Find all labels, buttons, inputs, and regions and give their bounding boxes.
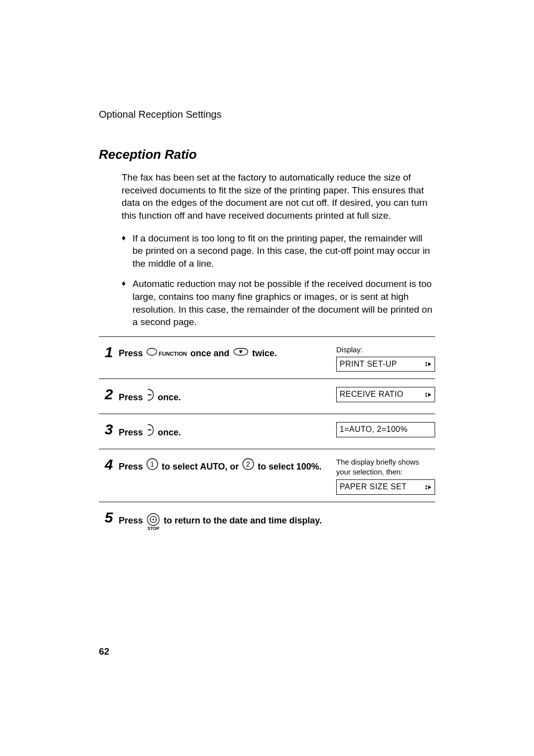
display-text: PAPER SIZE SET <box>340 482 407 492</box>
text: to return to the date and time display. <box>164 516 322 525</box>
step-number: 5 <box>99 507 119 525</box>
text: to select 100%. <box>258 462 321 472</box>
step-instruction: Press FUNCTION once and twice. <box>119 342 336 361</box>
key-2-icon <box>242 458 254 474</box>
display-box: 1=AUTO, 2=100% <box>336 422 435 437</box>
bullet-item: ♦ If a document is too long to fit on th… <box>122 232 435 270</box>
display-text: RECEIVE RATIO <box>340 389 403 400</box>
page-title: Reception Ratio <box>99 147 435 162</box>
step-display-col: 1=AUTO, 2=100% <box>336 419 435 437</box>
step-instruction: Press once. <box>119 419 336 442</box>
display-label: Display: <box>336 345 435 355</box>
text: Press <box>119 427 143 437</box>
steps-table: 1 Press FUNCTION once and twice. Display… <box>99 336 435 537</box>
step-number: 4 <box>99 454 119 472</box>
text: Press <box>119 462 143 472</box>
stop-button-icon: STOP <box>147 513 160 531</box>
text: once. <box>158 392 181 402</box>
display-text: PRINT SET-UP <box>340 359 397 370</box>
function-button-icon <box>146 346 157 360</box>
step-display-col: Display: PRINT SET-UP <box>336 342 435 372</box>
display-note: The display briefly shows your selection… <box>336 457 435 476</box>
down-oval-button-icon <box>233 346 249 360</box>
scroll-arrows-icon <box>423 392 432 398</box>
stop-label: STOP <box>147 526 159 531</box>
step-row: 2 Press once. RECEIVE RATIO <box>99 379 435 414</box>
intro-paragraph: The fax has been set at the factory to a… <box>122 171 435 222</box>
step-number: 2 <box>99 384 119 402</box>
right-half-button-icon <box>146 388 154 406</box>
text: Press <box>119 516 143 525</box>
right-half-button-icon <box>146 423 154 441</box>
step-instruction: Press STOP to return to the date and tim… <box>119 507 336 530</box>
bullet-item: ♦ Automatic reduction may not be possibl… <box>122 278 435 329</box>
text: to select AUTO, or <box>162 462 239 472</box>
step-number: 3 <box>99 419 119 437</box>
step-instruction: Press once. <box>119 384 336 407</box>
scroll-arrows-icon <box>423 484 432 490</box>
text: once. <box>158 427 181 437</box>
bullet-text: Automatic reduction may not be possible … <box>133 278 435 329</box>
step-display-col: The display briefly shows your selection… <box>336 454 435 495</box>
text: Press <box>119 392 143 402</box>
step-row: 1 Press FUNCTION once and twice. Display… <box>99 337 435 379</box>
page-number: 62 <box>99 646 109 657</box>
scroll-arrows-icon <box>423 361 432 367</box>
function-label: FUNCTION <box>159 351 187 357</box>
display-box: PRINT SET-UP <box>336 357 435 372</box>
step-row: 3 Press once. 1=AUTO, 2=100% <box>99 414 435 449</box>
step-instruction: Press to select AUTO, or to select 100%. <box>119 454 336 475</box>
section-header: Optional Reception Settings <box>99 109 435 120</box>
key-1-icon <box>146 458 158 474</box>
bullet-diamond-icon: ♦ <box>122 232 133 270</box>
step-row: 4 Press to select AUTO, or to select 100… <box>99 449 435 502</box>
step-number: 1 <box>99 342 119 360</box>
bullet-diamond-icon: ♦ <box>122 278 133 329</box>
step-display-col <box>336 507 435 510</box>
display-text: 1=AUTO, 2=100% <box>340 425 407 435</box>
display-box: PAPER SIZE SET <box>336 479 435 495</box>
display-box: RECEIVE RATIO <box>336 387 435 402</box>
text: Press <box>119 348 143 358</box>
text: once and <box>190 348 229 358</box>
bullet-list: ♦ If a document is too long to fit on th… <box>122 232 435 329</box>
step-display-col: RECEIVE RATIO <box>336 384 435 402</box>
bullet-text: If a document is too long to fit on the … <box>133 232 435 270</box>
text: twice. <box>252 348 277 358</box>
step-row: 5 Press STOP to return to the date and t… <box>99 502 435 537</box>
